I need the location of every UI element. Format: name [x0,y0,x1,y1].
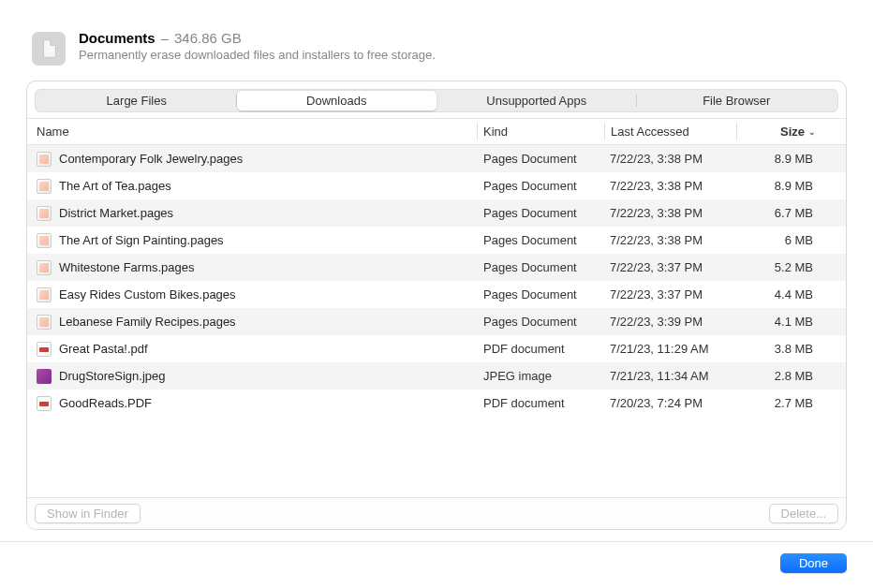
column-last-accessed[interactable]: Last Accessed [605,125,736,139]
file-icon [37,315,52,330]
file-kind: Pages Document [477,233,603,247]
tab-bar: Large Files Downloads Unsupported Apps F… [35,89,838,112]
file-name: Easy Rides Custom Bikes.pages [59,287,236,301]
file-icon [37,342,52,357]
file-size: 2.8 MB [734,369,819,383]
column-name[interactable]: Name [37,125,477,139]
storage-documents-window: Documents – 346.86 GB Permanently erase … [0,0,873,588]
file-size: 6.7 MB [734,206,819,220]
file-list: Contemporary Folk Jewelry.pagesPages Doc… [27,145,846,497]
file-icon [37,152,52,167]
table-row[interactable]: Great Pasta!.pdfPDF document7/21/23, 11:… [27,335,846,362]
file-size: 6 MB [734,233,819,247]
file-icon [37,233,52,248]
table-row[interactable]: Lebanese Family Recipes.pagesPages Docum… [27,308,846,335]
file-accessed: 7/22/23, 3:38 PM [603,233,734,247]
file-accessed: 7/21/23, 11:29 AM [603,342,734,356]
tab-unsupported-apps[interactable]: Unsupported Apps [436,91,637,110]
tab-downloads[interactable]: Downloads [237,91,437,110]
table-row[interactable]: DrugStoreSign.jpegJPEG image7/21/23, 11:… [27,362,846,390]
file-accessed: 7/22/23, 3:38 PM [603,179,734,193]
file-size: 4.1 MB [734,315,819,329]
file-kind: Pages Document [477,287,603,301]
file-icon [37,396,52,411]
file-icon [37,260,52,275]
table-row[interactable]: The Art of Sign Painting.pagesPages Docu… [27,227,846,254]
file-size: 8.9 MB [734,179,819,193]
file-accessed: 7/22/23, 3:37 PM [603,287,734,301]
bottom-bar: Done [26,551,847,573]
file-kind: JPEG image [477,369,603,383]
file-name: District Market.pages [59,206,173,220]
file-kind: PDF document [477,396,603,410]
title-separator: – [161,30,169,46]
column-kind[interactable]: Kind [478,125,604,139]
file-name: The Art of Tea.pages [59,179,171,193]
delete-button[interactable]: Delete... [769,504,838,523]
table-header: Name Kind Last Accessed Size ⌄ [27,118,846,145]
file-size: 2.7 MB [734,396,819,410]
file-kind: Pages Document [477,206,603,220]
file-accessed: 7/21/23, 11:34 AM [603,369,734,383]
file-name: Great Pasta!.pdf [59,342,148,356]
done-button[interactable]: Done [780,553,847,573]
file-accessed: 7/22/23, 3:39 PM [603,315,734,329]
file-name: The Art of Sign Painting.pages [59,233,224,247]
documents-icon [32,32,66,66]
file-kind: Pages Document [477,179,603,193]
file-name: GoodReads.PDF [59,396,152,410]
tab-file-browser[interactable]: File Browser [637,91,837,110]
file-size: 5.2 MB [734,260,819,274]
file-icon [37,206,52,221]
header: Documents – 346.86 GB Permanently erase … [26,30,847,66]
table-row[interactable]: Contemporary Folk Jewelry.pagesPages Doc… [27,145,846,172]
page-title: Documents [79,30,155,46]
page-subtitle: Permanently erase downloaded files and i… [79,48,436,62]
column-size[interactable]: Size ⌄ [737,125,821,139]
file-name: Lebanese Family Recipes.pages [59,315,236,329]
show-in-finder-button[interactable]: Show in Finder [35,504,141,523]
file-accessed: 7/22/23, 3:38 PM [603,152,734,166]
content-card: Large Files Downloads Unsupported Apps F… [26,81,847,530]
table-row[interactable]: GoodReads.PDFPDF document7/20/23, 7:24 P… [27,390,846,417]
file-kind: PDF document [477,342,603,356]
file-icon [37,287,52,302]
storage-size: 346.86 GB [174,30,242,46]
file-name: DrugStoreSign.jpeg [59,369,165,383]
file-accessed: 7/22/23, 3:37 PM [603,260,734,274]
file-accessed: 7/20/23, 7:24 PM [603,396,734,410]
table-row[interactable]: Easy Rides Custom Bikes.pagesPages Docum… [27,281,846,308]
card-footer: Show in Finder Delete... [27,497,846,529]
file-kind: Pages Document [477,315,603,329]
file-name: Whitestone Farms.pages [59,260,195,274]
table-row[interactable]: District Market.pagesPages Document7/22/… [27,199,846,227]
table-row[interactable]: The Art of Tea.pagesPages Document7/22/2… [27,172,846,199]
file-icon [37,179,52,194]
file-kind: Pages Document [477,260,603,274]
separator [0,541,873,542]
file-name: Contemporary Folk Jewelry.pages [59,152,243,166]
file-kind: Pages Document [477,152,603,166]
table-row[interactable]: Whitestone Farms.pagesPages Document7/22… [27,254,846,281]
file-size: 3.8 MB [734,342,819,356]
chevron-down-icon: ⌄ [808,127,816,137]
file-size: 4.4 MB [734,287,819,301]
file-icon [37,369,52,384]
file-size: 8.9 MB [734,152,819,166]
file-accessed: 7/22/23, 3:38 PM [603,206,734,220]
tab-large-files[interactable]: Large Files [37,91,237,110]
